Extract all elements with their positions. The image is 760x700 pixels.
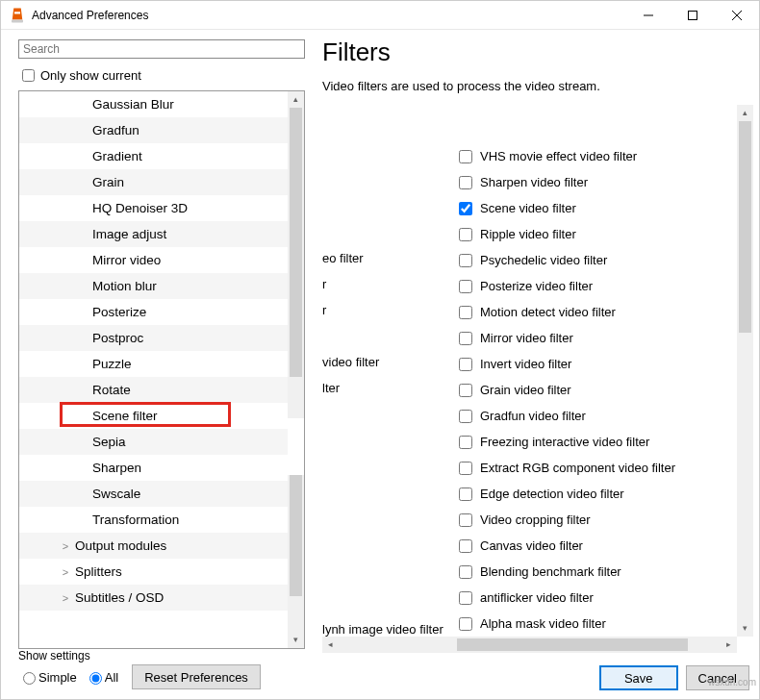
- tree-item[interactable]: Posterize: [19, 299, 288, 325]
- tree-item[interactable]: Grain: [19, 169, 288, 195]
- filter-checkbox[interactable]: [459, 436, 472, 449]
- tree-item-label: Image adjust: [92, 227, 166, 241]
- tree-item[interactable]: >Splitters: [19, 559, 288, 585]
- filter-checkbox[interactable]: [459, 228, 472, 241]
- search-input[interactable]: [18, 39, 305, 59]
- filter-label: Video cropping filter: [480, 512, 591, 527]
- maximize-button[interactable]: [671, 1, 715, 30]
- filter-row[interactable]: Video cropping filter: [455, 507, 675, 533]
- filter-row[interactable]: Ripple video filter: [455, 221, 675, 247]
- filter-checkbox[interactable]: [459, 462, 472, 475]
- filter-row[interactable]: Sharpen video filter: [455, 169, 675, 195]
- tree-item[interactable]: Gaussian Blur: [19, 91, 288, 117]
- panel-title: Filters: [322, 38, 753, 67]
- filter-checkbox[interactable]: [459, 280, 472, 293]
- all-radio-row[interactable]: All: [85, 669, 118, 685]
- filters-vscroll-thumb[interactable]: [739, 121, 751, 333]
- simple-radio-row[interactable]: Simple: [18, 669, 77, 685]
- filters-hscrollbar[interactable]: [322, 637, 737, 653]
- filter-row[interactable]: Freezing interactive video filter: [455, 429, 675, 455]
- tree-item[interactable]: >Output modules: [19, 533, 288, 559]
- filter-row[interactable]: Blending benchmark filter: [455, 559, 675, 585]
- save-button[interactable]: Save: [599, 665, 678, 690]
- left-panel: Only show current Gaussian BlurGradfunGr…: [1, 32, 309, 657]
- filter-checkbox[interactable]: [459, 384, 472, 397]
- clipped-text: r: [322, 271, 447, 297]
- simple-radio[interactable]: [23, 672, 36, 685]
- tree-item-label: Motion blur: [92, 279, 157, 293]
- filter-row[interactable]: Invert video filter: [455, 351, 675, 377]
- filter-checkbox[interactable]: [459, 565, 472, 579]
- tree-item[interactable]: >Subtitles / OSD: [19, 585, 288, 611]
- tree-scrollbar-upper[interactable]: [288, 91, 304, 418]
- tree-item[interactable]: Sharpen: [19, 455, 288, 481]
- filter-checkbox[interactable]: [459, 591, 472, 605]
- filter-checkbox[interactable]: [459, 254, 472, 267]
- close-button[interactable]: [715, 1, 759, 30]
- filter-checkbox[interactable]: [459, 306, 472, 319]
- filter-checkbox[interactable]: [459, 150, 472, 163]
- tree-item[interactable]: Postproc: [19, 325, 288, 351]
- reset-preferences-button[interactable]: Reset Preferences: [132, 664, 261, 689]
- settings-tree[interactable]: Gaussian BlurGradfunGradientGrainHQ Deno…: [19, 91, 304, 648]
- tree-item[interactable]: HQ Denoiser 3D: [19, 195, 288, 221]
- filter-row[interactable]: Scene video filter: [455, 195, 675, 221]
- tree-item-label: Mirror video: [92, 253, 161, 267]
- filters-hscroll-thumb[interactable]: [457, 638, 688, 651]
- tree-item[interactable]: Motion blur: [19, 273, 288, 299]
- filters-vscrollbar[interactable]: [737, 105, 753, 637]
- minimize-button[interactable]: [626, 1, 671, 30]
- filter-row[interactable]: Canvas video filter: [455, 533, 675, 559]
- chevron-right-icon[interactable]: >: [60, 540, 71, 552]
- tree-item[interactable]: Gradfun: [19, 117, 288, 143]
- only-show-current-label: Only show current: [40, 68, 141, 83]
- filter-label: Edge detection video filter: [480, 487, 624, 501]
- filter-row[interactable]: Motion detect video filter: [455, 299, 675, 325]
- filter-checkbox[interactable]: [459, 176, 472, 189]
- filter-checkbox[interactable]: [459, 358, 472, 371]
- filter-checkbox[interactable]: [459, 332, 472, 345]
- only-show-current-row[interactable]: Only show current: [18, 66, 305, 85]
- filter-row[interactable]: VHS movie effect video filter: [455, 143, 675, 169]
- tree-item-label: Subtitles / OSD: [75, 590, 164, 605]
- filter-row[interactable]: Edge detection video filter: [455, 481, 675, 507]
- tree-item[interactable]: Image adjust: [19, 221, 288, 247]
- filters-checkbox-column: VHS movie effect video filterSharpen vid…: [455, 143, 675, 637]
- filter-checkbox[interactable]: [459, 410, 472, 423]
- footer: Show settings Simple All Reset Preferenc…: [1, 657, 759, 699]
- clipped-text: video filter: [322, 349, 447, 375]
- tree-item[interactable]: Transformation: [19, 507, 288, 533]
- tree-item[interactable]: Rotate: [19, 377, 288, 403]
- tree-item[interactable]: Gradient: [19, 143, 288, 169]
- filter-row[interactable]: Posterize video filter: [455, 273, 675, 299]
- filter-label: Freezing interactive video filter: [480, 435, 649, 449]
- tree-item[interactable]: Scene filter: [19, 403, 288, 429]
- filter-row[interactable]: Mirror video filter: [455, 325, 675, 351]
- filter-checkbox[interactable]: [459, 513, 472, 527]
- filter-checkbox[interactable]: [459, 488, 472, 501]
- all-radio[interactable]: [89, 672, 102, 685]
- only-show-current-checkbox[interactable]: [22, 69, 35, 82]
- filter-row[interactable]: Gradfun video filter: [455, 403, 675, 429]
- svg-rect-1: [12, 19, 23, 22]
- filters-area: eo filterrrvideo filterlter VHS movie ef…: [322, 105, 753, 653]
- tree-scroll-thumb[interactable]: [290, 108, 302, 377]
- filter-row[interactable]: Psychedelic video filter: [455, 247, 675, 273]
- filter-row[interactable]: Extract RGB component video filter: [455, 455, 675, 481]
- filter-row[interactable]: Grain video filter: [455, 377, 675, 403]
- chevron-right-icon[interactable]: >: [60, 566, 71, 578]
- tree-item[interactable]: Swscale: [19, 481, 288, 507]
- filter-checkbox[interactable]: [459, 539, 472, 553]
- chevron-right-icon[interactable]: >: [60, 592, 71, 604]
- clipped-text: lynh image video filter: [322, 622, 443, 637]
- tree-scrollbar-lower[interactable]: [288, 475, 304, 648]
- tree-item[interactable]: Sepia: [19, 429, 288, 455]
- filter-row[interactable]: antiflicker video filter: [455, 585, 675, 611]
- filter-checkbox[interactable]: [459, 617, 472, 631]
- filter-checkbox[interactable]: [459, 202, 472, 215]
- tree-scroll-thumb[interactable]: [290, 475, 302, 596]
- tree-item[interactable]: Mirror video: [19, 247, 288, 273]
- filter-label: Mirror video filter: [480, 331, 573, 345]
- tree-item[interactable]: Puzzle: [19, 351, 288, 377]
- filter-row[interactable]: Alpha mask video filter: [455, 611, 675, 637]
